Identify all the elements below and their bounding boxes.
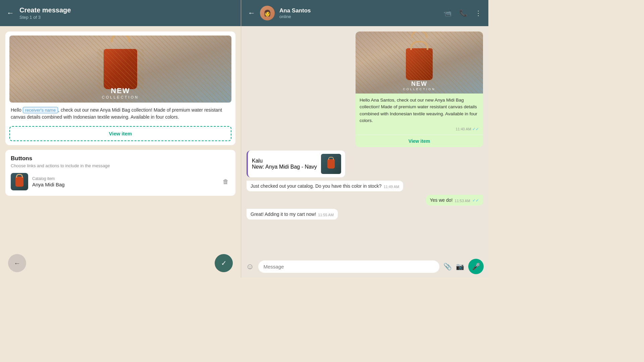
buttons-section: Buttons Choose links and actions to incl…	[5, 150, 235, 196]
sent-time-1: 11:53 AM	[455, 199, 470, 203]
received-bubble-1: Just checked out your catalog. Do you ha…	[247, 181, 403, 191]
catalog-product-name: New: Anya Midi Bag - Navy	[252, 164, 317, 170]
sent-card-body: Hello Ana Santos, check out our new Anya…	[356, 94, 483, 135]
collection-overlay-sent: NEW COLLECTION	[356, 80, 483, 91]
catalog-shared-bubble: Kalu New: Anya Midi Bag - Navy	[247, 150, 345, 177]
header-icons: 📹 📞 ⋮	[443, 9, 482, 17]
contact-info: Ana Santos online	[279, 7, 439, 19]
back-button-right[interactable]: ←	[248, 9, 255, 17]
contact-name: Ana Santos	[279, 7, 439, 14]
catalog-bag-icon	[327, 159, 335, 169]
view-item-button-sent[interactable]: View item	[356, 135, 483, 147]
sent-card-timestamp: 11:40 AM ✓✓	[360, 127, 479, 131]
left-footer: ← ✓	[0, 249, 241, 278]
left-header: ← Create message Step 1 of 3	[0, 0, 241, 26]
sent-bubble-1: Yes we do! 11:53 AM ✓✓	[426, 195, 483, 205]
back-button-left[interactable]: ←	[7, 9, 14, 17]
catalog-item-thumbnail	[11, 173, 28, 190]
catalog-shared-text: Kalu New: Anya Midi Bag - Navy	[252, 158, 317, 170]
confirm-nav-button[interactable]: ✓	[215, 254, 233, 272]
received-message-1: Just checked out your catalog. Do you ha…	[251, 183, 382, 189]
collection-overlay-left: NEW COLLECTION	[9, 86, 231, 99]
message-input[interactable]	[258, 260, 439, 273]
buttons-section-title: Buttons	[11, 155, 230, 162]
sent-message-card: NEW COLLECTION Hello Ana Santos, check o…	[356, 32, 483, 147]
receiver-name-badge: receiver's name	[23, 107, 58, 113]
received-time-1: 11:49 AM	[384, 185, 399, 189]
mic-button[interactable]: 🎤	[468, 259, 484, 274]
right-header: ← 👩 Ana Santos online 📹 📞 ⋮	[241, 0, 488, 26]
received-time-2: 11:55 AM	[318, 213, 333, 217]
catalog-sender-name: Kalu	[252, 158, 317, 164]
sent-card-text: Hello Ana Santos, check out our new Anya…	[360, 97, 479, 124]
left-header-text: Create message Step 1 of 3	[19, 6, 71, 20]
left-panel: ← Create message Step 1 of 3 NEW COLLECT…	[0, 0, 241, 278]
catalog-shared-thumbnail	[321, 154, 341, 174]
contact-avatar: 👩	[260, 6, 275, 20]
chat-area: NEW COLLECTION Hello Ana Santos, check o…	[241, 26, 488, 255]
view-item-button-preview[interactable]: View item	[9, 126, 231, 141]
catalog-item-name: Anya Midi Bag	[32, 182, 217, 187]
contact-status: online	[279, 14, 439, 19]
catalog-item-type: Catalog item	[32, 176, 217, 181]
catalog-item-info: Catalog item Anya Midi Bag	[32, 176, 217, 187]
buttons-section-subtitle: Choose links and actions to include in t…	[11, 163, 230, 168]
left-content: NEW COLLECTION Hello receiver's name, ch…	[0, 26, 241, 249]
back-nav-button[interactable]: ←	[8, 254, 26, 272]
video-call-icon[interactable]: 📹	[443, 9, 452, 17]
received-message-2: Great! Adding it to my cart now!	[251, 212, 316, 217]
catalog-item-row: Catalog item Anya Midi Bag 🗑	[11, 173, 230, 190]
step-indicator: Step 1 of 3	[19, 15, 71, 20]
delete-catalog-item-button[interactable]: 🗑	[221, 177, 230, 187]
message-preview-card: NEW COLLECTION Hello receiver's name, ch…	[5, 32, 235, 145]
attachment-button[interactable]: 📎	[443, 262, 452, 270]
catalog-shared-inner: Kalu New: Anya Midi Bag - Navy	[248, 150, 345, 177]
chat-input-area: ☺ 📎 📷 🎤	[241, 255, 488, 278]
right-panel: ← 👩 Ana Santos online 📹 📞 ⋮	[241, 0, 488, 278]
emoji-button[interactable]: ☺	[246, 262, 254, 271]
sent-read-receipt-icon: ✓✓	[472, 198, 479, 203]
preview-image: NEW COLLECTION	[9, 36, 231, 103]
sent-message-1: Yes we do!	[430, 197, 453, 203]
received-bubble-2: Great! Adding it to my cart now! 11:55 A…	[247, 209, 338, 220]
camera-button[interactable]: 📷	[456, 262, 464, 270]
sent-card-image: NEW COLLECTION	[356, 32, 483, 94]
phone-call-icon[interactable]: 📞	[459, 9, 468, 17]
preview-message-text: Hello receiver's name, check out our new…	[9, 103, 231, 123]
create-message-title: Create message	[19, 6, 71, 14]
bag-icon	[15, 177, 23, 187]
more-options-icon[interactable]: ⋮	[475, 9, 482, 17]
read-receipt-icon: ✓✓	[472, 127, 479, 131]
